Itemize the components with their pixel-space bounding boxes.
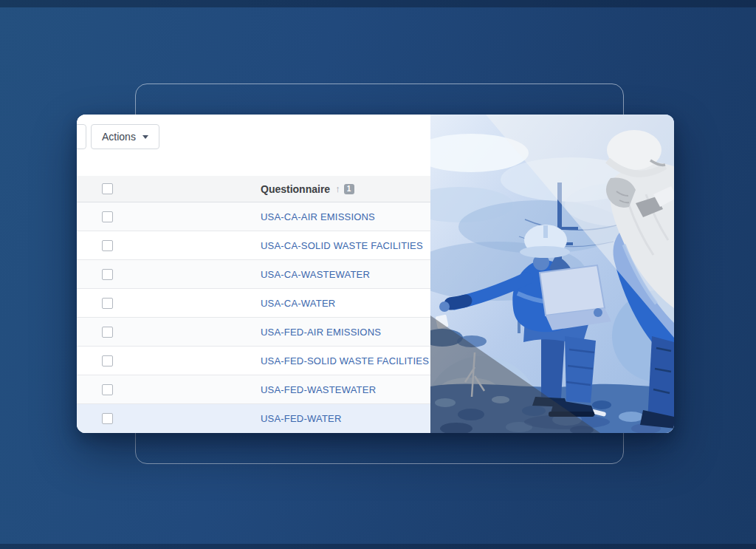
table-row[interactable]: USA-CA-AIR EMISSIONS [77,202,430,231]
checkbox-cell [77,240,261,251]
row-checkbox[interactable] [102,327,113,338]
checkbox-cell [77,413,261,424]
questionnaire-link[interactable]: USA-CA-AIR EMISSIONS [261,211,375,222]
row-checkbox[interactable] [102,269,113,280]
questionnaire-card: Actions Questionnaire ↑ 1 USA-CA-AIR EMI… [77,115,674,433]
table-row[interactable]: USA-CA-WASTEWATER [77,260,430,289]
actions-button-label: Actions [102,131,136,143]
table-row[interactable]: USA-CA-SOLID WASTE FACILITIES [77,231,430,260]
page-background: { "toolbar": { "actions_label": "Actions… [0,0,756,549]
table-toolbar: Actions [77,115,430,176]
questionnaire-link[interactable]: USA-CA-WASTEWATER [261,269,370,280]
caret-down-icon [142,135,148,139]
questionnaire-column-header[interactable]: Questionnaire ↑ 1 [261,183,354,195]
row-checkbox[interactable] [102,298,113,309]
clipped-toolbar-button[interactable] [77,124,86,149]
questionnaire-link[interactable]: USA-FED-AIR EMISSIONS [261,327,381,338]
top-frame-strip [0,0,756,7]
select-all-cell [77,183,261,194]
sort-order-badge: 1 [344,184,354,194]
checkbox-cell [77,211,261,222]
questionnaire-link[interactable]: USA-CA-SOLID WASTE FACILITIES [261,240,423,251]
table-header-row: Questionnaire ↑ 1 [77,176,430,202]
hero-photo-illustration [430,115,674,433]
checkbox-cell [77,327,261,338]
questionnaire-link[interactable]: USA-FED-SOLID WASTE FACILITIES [261,355,429,366]
checkbox-cell [77,298,261,309]
table-row[interactable]: USA-FED-WASTEWATER [77,375,430,404]
table-row[interactable]: USA-CA-WATER [77,289,430,318]
sort-ascending-icon: ↑ [335,183,340,194]
select-all-checkbox[interactable] [102,183,113,194]
hero-photo [430,115,674,433]
bottom-frame-strip [0,544,756,549]
questionnaire-link[interactable]: USA-FED-WATER [261,413,341,424]
row-checkbox[interactable] [102,240,113,251]
actions-button[interactable]: Actions [91,124,159,149]
checkbox-cell [77,269,261,280]
row-checkbox[interactable] [102,384,113,395]
questionnaire-table-pane: Actions Questionnaire ↑ 1 USA-CA-AIR EMI… [77,115,430,433]
table-row-highlighted[interactable]: USA-FED-WATER [77,404,430,433]
row-checkbox[interactable] [102,211,113,222]
checkbox-cell [77,355,261,366]
column-header-label: Questionnaire [261,183,330,195]
table-row[interactable]: USA-FED-SOLID WASTE FACILITIES [77,347,430,375]
row-checkbox[interactable] [102,413,113,424]
row-checkbox[interactable] [102,355,113,366]
checkbox-cell [77,384,261,395]
table-row[interactable]: USA-FED-AIR EMISSIONS [77,318,430,347]
questionnaire-link[interactable]: USA-FED-WASTEWATER [261,384,376,395]
questionnaire-link[interactable]: USA-CA-WATER [261,298,335,309]
